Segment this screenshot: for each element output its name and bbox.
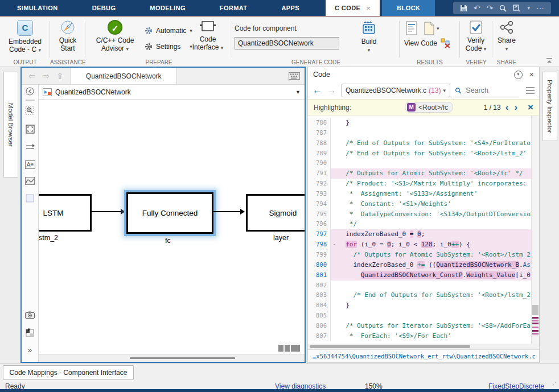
signal-line[interactable] (213, 211, 241, 212)
view-code-label[interactable]: View Code (404, 39, 437, 47)
settings-button[interactable]: Settings ▾ (145, 40, 192, 53)
close-panel-icon[interactable]: × (529, 70, 534, 79)
expand-strip-icon[interactable]: » (22, 345, 38, 354)
code-line-786[interactable]: 786 } (308, 118, 539, 128)
code-line-789[interactable]: 789 /* End of Outputs for SubSystem: '<R… (308, 148, 539, 159)
fit-to-view-icon[interactable] (22, 125, 38, 134)
code-line-802[interactable]: 802 (308, 280, 539, 291)
search-icon[interactable] (499, 5, 507, 12)
code-line-790[interactable]: 790 (308, 158, 539, 168)
code-line-807[interactable]: 807 * ForEach: '<S9>/For Each' (308, 331, 539, 341)
code-line-800[interactable]: 800 indexZeroBased_0 += ((QuantizedBSOCN… (308, 260, 539, 270)
breadcrumb-dropdown-icon[interactable]: ▼ (295, 89, 301, 95)
code-editor[interactable]: 786 }787788 /* End of Outputs for SubSys… (308, 115, 539, 344)
code-advisor-button[interactable]: ✓ C/C++ Code Advisor ▾ (88, 20, 142, 53)
model-diagram[interactable]: LSTM stm_2 Fully Connected fc Sigmoid la… (39, 100, 305, 354)
code-line-788[interactable]: 788 /* End of Outputs for SubSystem: '<S… (308, 138, 539, 148)
menu-icon[interactable] (526, 85, 535, 96)
code-mappings-tab[interactable]: Code Mappings - Component Interface (3, 365, 134, 380)
qat-dropdown-icon[interactable]: ▾ (527, 2, 530, 14)
favorites-icon[interactable] (513, 5, 521, 12)
qat-more-icon[interactable]: ··· (536, 2, 544, 14)
clear-highlighting-icon[interactable]: × (528, 102, 533, 113)
signal-viewer-icon[interactable] (22, 177, 38, 185)
prev-match-icon[interactable]: ‹ (505, 102, 509, 113)
open-report-icon[interactable]: ▾ (424, 22, 439, 35)
code-vscrollbar[interactable] (531, 115, 539, 344)
code-line-799[interactable]: 799 /* Outputs for Atomic SubSystem: '<R… (308, 250, 539, 260)
block-fully-connected[interactable]: Fully Connected (126, 192, 213, 234)
tab-close-icon[interactable]: × (366, 4, 371, 13)
forward-icon[interactable]: ⇨ (43, 71, 50, 81)
model-tab[interactable]: QuantizedBSOCNetwork (71, 68, 177, 84)
build-button[interactable]: +++ Build ▾ (353, 20, 385, 54)
keyboard-shortcuts-icon[interactable] (289, 68, 305, 84)
code-forward-icon[interactable]: → (327, 85, 336, 96)
code-line-791[interactable]: 791 /* Outputs for Atomic SubSystem: '<R… (308, 168, 539, 179)
panel-menu-icon[interactable]: ▾ (514, 71, 523, 79)
code-line-787[interactable]: 787 (308, 128, 539, 138)
code-line-794[interactable]: 794 * Constant: '<S1>/Weights' (308, 199, 539, 209)
file-selector[interactable]: QuantizedBSOCNetwork.c (13) ▾ (341, 84, 450, 97)
hide-model-browser-icon[interactable] (22, 87, 38, 96)
code-back-icon[interactable]: ← (313, 85, 322, 96)
tab-simulation[interactable]: SIMULATION (0, 0, 75, 16)
code-search[interactable] (455, 84, 519, 97)
component-input[interactable] (235, 37, 339, 49)
model-browser-tab[interactable]: Model Browser (3, 72, 18, 178)
tab-c-code[interactable]: C CODE × (326, 0, 380, 16)
canvas-hscrollbar[interactable] (39, 354, 305, 362)
area-icon[interactable] (22, 194, 38, 203)
tab-apps[interactable]: APPS (264, 0, 317, 16)
block-fully-connected-label[interactable]: fc (165, 237, 171, 245)
code-hscrollbar[interactable] (308, 344, 539, 349)
tab-debug[interactable]: DEBUG (75, 0, 133, 16)
fold-toggle-icon[interactable]: - (331, 240, 338, 250)
screenshot-icon[interactable] (22, 311, 38, 319)
highlight-target-chip[interactable]: M <Root>/fc (405, 102, 453, 113)
code-line-793[interactable]: 793 * Assignment: '<S133>/Assignment' (308, 189, 539, 199)
verify-code-button[interactable]: Verify Code ▾ (462, 20, 490, 53)
code-line-805[interactable]: 805 (308, 311, 539, 321)
block-sigmoid-label[interactable]: layer (273, 234, 289, 242)
automatic-button[interactable]: Automatic ▾ (145, 24, 192, 37)
save-icon[interactable] (460, 5, 467, 12)
breadcrumb-item[interactable]: QuantizedBSOCNetwork (55, 88, 131, 96)
quick-start-button[interactable]: Quick Start (52, 20, 84, 52)
vscroll-thumb[interactable] (532, 305, 539, 315)
code-line-804[interactable]: 804 } (308, 300, 539, 311)
code-line-795[interactable]: 795 * DataTypeConversion: '<S134>/Output… (308, 209, 539, 220)
route-lines-icon[interactable] (22, 143, 38, 151)
back-icon[interactable]: ⇦ (28, 71, 36, 81)
code-interface-button[interactable]: Code Interface ▾ (187, 20, 229, 52)
redo-icon[interactable]: ↷ (487, 2, 494, 14)
code-line-796[interactable]: 796 */ (308, 219, 539, 229)
embedded-code-button[interactable]: C Embedded Code - C ▾ (3, 20, 47, 54)
hscroll-thumb[interactable] (310, 345, 470, 348)
search-input[interactable] (465, 86, 519, 95)
signal-line[interactable] (92, 211, 121, 212)
code-line-797[interactable]: 797 indexZeroBased_0 = 0; (308, 229, 539, 240)
next-match-icon[interactable]: › (514, 102, 517, 113)
tab-modeling[interactable]: MODELING (133, 0, 202, 16)
code-line-803[interactable]: 803 /* End of Outputs for SubSystem: '<R… (308, 290, 539, 300)
share-button[interactable]: Share ▾ (494, 20, 520, 53)
block-lstm[interactable]: LSTM (39, 194, 92, 232)
window-resize-grip[interactable]: ⋰ (551, 381, 557, 387)
block-sigmoid[interactable]: Sigmoid (246, 194, 305, 232)
remove-highlighting-icon[interactable] (441, 38, 451, 48)
tab-block[interactable]: BLOCK (382, 0, 435, 16)
block-lstm-label[interactable]: stm_2 (39, 234, 58, 242)
annotation-icon[interactable]: A≡ (25, 160, 35, 169)
minimize-ribbon-icon[interactable] (545, 57, 553, 64)
tab-format[interactable]: FORMAT (203, 0, 265, 16)
code-line-798[interactable]: 798- for (i_0 = 0; i_0 < 128; i_0++) { (308, 240, 539, 250)
view-code-icon[interactable] (405, 21, 418, 36)
code-line-792[interactable]: 792 /* Product: '<S1>/Matrix Multiply' i… (308, 179, 539, 189)
zoom-select-icon[interactable] (22, 106, 38, 115)
up-icon[interactable]: ⇧ (56, 71, 64, 81)
property-inspector-tab[interactable]: Property Inspector (542, 72, 557, 141)
code-line-806[interactable]: 806 /* Outputs for Iterator SubSystem: '… (308, 321, 539, 331)
undo-icon[interactable]: ↶ (474, 2, 480, 14)
viewmarks-icon[interactable] (22, 328, 38, 337)
